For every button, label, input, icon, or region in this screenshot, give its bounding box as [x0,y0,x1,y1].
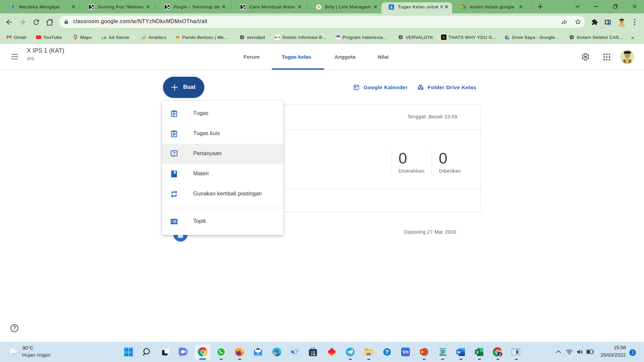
svg-text:Vn: Vn [402,349,409,355]
svg-text:BoS: BoS [275,36,280,39]
svg-text:?: ? [385,349,389,355]
svg-text:W: W [457,350,461,354]
svg-text:b: b [317,5,320,9]
svg-text:P: P [421,350,424,354]
svg-text:G: G [443,36,445,39]
svg-text:X: X [476,350,478,354]
svg-text:?: ? [173,151,175,156]
